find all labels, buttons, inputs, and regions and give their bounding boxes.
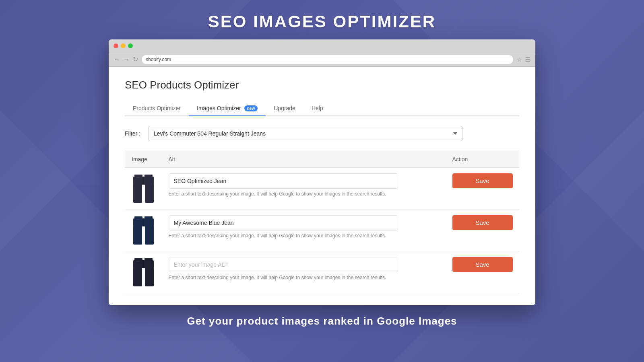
alt-cell-3: Enter a short text describing your image… — [162, 251, 446, 293]
browser-titlebar — [109, 39, 535, 52]
svg-rect-15 — [144, 258, 153, 260]
svg-rect-11 — [145, 226, 154, 245]
tab-images-optimizer[interactable]: Images Optimizer new — [189, 101, 266, 116]
refresh-button[interactable]: ↻ — [133, 56, 138, 63]
alt-cell-1: Enter a short text describing your image… — [162, 168, 446, 210]
table-row: Enter a short text describing your image… — [125, 168, 519, 210]
svg-rect-1 — [144, 175, 153, 177]
new-badge: new — [244, 105, 258, 111]
back-button[interactable]: ← — [114, 56, 120, 63]
alt-input-2[interactable] — [169, 215, 398, 230]
svg-rect-18 — [145, 267, 154, 286]
alt-input-3[interactable] — [169, 257, 398, 272]
browser-window: ← → ↻ shopify.com ☆ ☰ SEO Products Optim… — [109, 39, 535, 305]
tab-products-optimizer[interactable]: Products Optimizer — [125, 101, 189, 116]
filter-label: Filter : — [125, 130, 140, 137]
svg-rect-10 — [133, 226, 142, 245]
save-button-1[interactable]: Save — [452, 173, 513, 188]
decoration-triangle-left — [24, 113, 105, 185]
svg-rect-3 — [133, 184, 142, 203]
product-image-3 — [132, 257, 156, 287]
svg-rect-20 — [136, 261, 140, 262]
table-body: Enter a short text describing your image… — [125, 168, 519, 293]
table-row: Enter a short text describing your image… — [125, 210, 519, 251]
maximize-dot[interactable] — [128, 43, 133, 48]
image-cell-1 — [125, 168, 162, 210]
images-table: Image Alt Action — [125, 151, 519, 293]
tabs-bar: Products Optimizer Images Optimizer new … — [125, 101, 519, 116]
jean-image-3 — [132, 258, 155, 286]
browser-actions: ☆ ☰ — [517, 56, 530, 63]
alt-hint-2: Enter a short text describing your image… — [169, 233, 440, 239]
action-cell-2: Save — [446, 210, 519, 251]
action-cell-1: Save — [446, 168, 519, 210]
save-button-3[interactable]: Save — [452, 257, 513, 272]
svg-rect-0 — [134, 175, 142, 177]
jean-image-1 — [132, 175, 155, 203]
col-image: Image — [125, 151, 162, 168]
url-text: shopify.com — [146, 57, 171, 62]
tab-upgrade[interactable]: Upgrade — [266, 101, 303, 116]
alt-hint-3: Enter a short text describing your image… — [169, 275, 440, 280]
product-image-1 — [132, 173, 156, 204]
alt-input-1[interactable] — [169, 173, 398, 189]
forward-button[interactable]: → — [123, 56, 130, 63]
browser-nav: ← → ↻ shopify.com ☆ ☰ — [109, 52, 535, 67]
image-cell-2 — [125, 210, 162, 251]
svg-rect-17 — [133, 267, 142, 286]
svg-rect-8 — [144, 216, 153, 218]
table-header: Image Alt Action — [125, 151, 519, 168]
browser-content: SEO Products Optimizer Products Optimize… — [109, 67, 535, 305]
jean-image-2 — [132, 216, 155, 245]
tab-help[interactable]: Help — [303, 101, 331, 116]
svg-rect-14 — [134, 258, 142, 260]
svg-rect-7 — [134, 216, 142, 218]
footer-text: Get your product images ranked in Google… — [187, 315, 457, 327]
minimize-dot[interactable] — [121, 43, 126, 48]
alt-cell-2: Enter a short text describing your image… — [162, 210, 446, 251]
address-bar[interactable]: shopify.com — [141, 55, 514, 64]
save-button-2[interactable]: Save — [452, 215, 513, 230]
product-image-2 — [132, 215, 156, 245]
filter-select[interactable]: Levi's Commuter 504 Regular Straight Jea… — [149, 126, 462, 141]
menu-icon[interactable]: ☰ — [525, 56, 530, 63]
svg-rect-6 — [136, 177, 140, 178]
action-cell-3: Save — [446, 251, 519, 293]
col-action: Action — [446, 151, 519, 168]
table-row: Enter a short text describing your image… — [125, 251, 519, 293]
page-title: SEO Products Optimizer — [125, 79, 519, 91]
col-alt: Alt — [162, 151, 446, 168]
decoration-triangle-right — [555, 129, 620, 189]
alt-hint-1: Enter a short text describing your image… — [169, 191, 440, 197]
image-cell-3 — [125, 251, 162, 293]
filter-row: Filter : Levi's Commuter 504 Regular Str… — [125, 126, 519, 141]
star-icon[interactable]: ☆ — [517, 56, 522, 63]
main-title: SEO IMAGES OPTIMIZER — [208, 12, 436, 31]
close-dot[interactable] — [114, 43, 118, 48]
svg-rect-4 — [145, 184, 154, 203]
svg-rect-13 — [136, 219, 140, 220]
